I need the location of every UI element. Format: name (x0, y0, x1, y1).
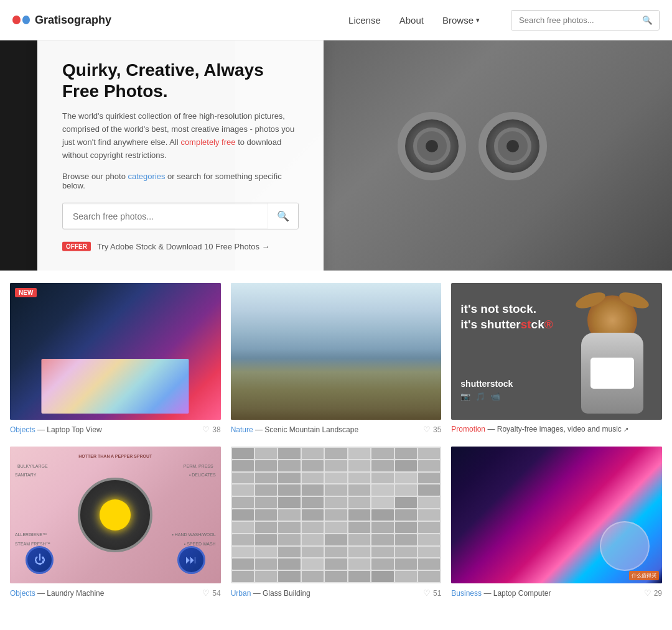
logo-dot-blue (22, 16, 30, 24)
hero-section: Quirky, Creative, Always Free Photos. Th… (0, 40, 672, 271)
photo-image-building[interactable]: // Will be rendered via JS below (231, 447, 442, 583)
photo-likes-keyboard: ♡ 38 (202, 425, 220, 434)
hero-title: Quirky, Creative, Always Free Photos. (62, 60, 299, 101)
photo-card-mountain: Nature — Scenic Mountain Landscape ♡ 35 (231, 283, 442, 437)
photo-card-laptop-business: 什么值得买 Business — Laptop Computer ♡ 29 (451, 447, 662, 600)
heart-icon: ♡ (644, 588, 651, 598)
photo-likes-mountain: ♡ 35 (423, 425, 441, 434)
photo-category-link-mountain[interactable]: Nature (231, 425, 253, 434)
heart-icon: ♡ (423, 425, 431, 434)
photo-category-link-laundry[interactable]: Objects (10, 589, 35, 598)
photo-meta-keyboard: Objects — Laptop Top View ♡ 38 (10, 420, 221, 437)
hero-overlay: Quirky, Creative, Always Free Photos. Th… (37, 40, 324, 271)
photo-meta-laptop-business: Business — Laptop Computer ♡ 29 (451, 583, 662, 600)
search-icon: 🔍 (277, 211, 289, 221)
photo-card-keyboard: NEW Objects — Laptop Top View ♡ 38 (10, 283, 221, 437)
hero-search-container: 🔍 (62, 203, 299, 229)
photo-card-laundry: ⏻ ⏭ HOTTER THAN A PEPPER SPROUT BULKY/LA… (10, 447, 221, 600)
photo-grid: NEW Objects — Laptop Top View ♡ 38 Natur… (10, 283, 662, 600)
goggle-inner-right (494, 127, 531, 165)
new-badge: NEW (15, 288, 37, 297)
nav-links: License About Browse ▾ 🔍 (348, 10, 660, 30)
ad-dog-figure (572, 289, 653, 414)
photo-card-building: // Will be rendered via JS below Urban —… (231, 447, 442, 600)
photo-meta-ad: Promotion — Royalty-free images, video a… (451, 420, 662, 436)
logo-dot-red (12, 16, 21, 24)
photo-card-ad: it's not stock. it's shutterstck® shutte… (451, 283, 662, 437)
ad-headline-1: it's not stock. (460, 302, 553, 317)
photo-category-link-ad[interactable]: Promotion (451, 425, 485, 433)
photo-meta-building: Urban — Glass Building ♡ 51 (231, 583, 442, 600)
external-link-icon: ↗ (623, 426, 628, 433)
photo-caption-mountain: Nature — Scenic Mountain Landscape (231, 425, 358, 434)
photo-category-link-building[interactable]: Urban (231, 589, 251, 598)
hero-categories-text: Browse our photo categories or search fo… (62, 172, 299, 190)
goggle-left (398, 112, 466, 180)
photo-caption-laptop-business: Business — Laptop Computer (451, 589, 551, 598)
photo-meta-mountain: Nature — Scenic Mountain Landscape ♡ 35 (231, 420, 442, 437)
offer-link[interactable]: Try Adobe Stock & Download 10 Free Photo… (97, 242, 270, 251)
photo-caption-keyboard: Objects — Laptop Top View (10, 425, 102, 434)
photo-meta-laundry: Objects — Laundry Machine ♡ 54 (10, 583, 221, 600)
goggle-right (478, 112, 547, 180)
photo-image-mountain[interactable] (231, 283, 442, 420)
goggle-inner-left (413, 127, 450, 165)
photo-image-laundry[interactable]: ⏻ ⏭ HOTTER THAN A PEPPER SPROUT BULKY/LA… (10, 447, 221, 583)
offer-badge: OFFER (62, 242, 91, 251)
video-icon: 📹 (490, 392, 500, 401)
free-link[interactable]: completely free (180, 137, 235, 147)
navigation: Gratisography License About Browse ▾ 🔍 (0, 0, 672, 40)
photo-grid-section: NEW Objects — Laptop Top View ♡ 38 Natur… (0, 271, 672, 613)
heart-icon: ♡ (423, 588, 431, 598)
logo-icon (12, 11, 30, 29)
photo-image-keyboard[interactable] (10, 283, 221, 420)
goggle-eye-left (426, 140, 438, 152)
photo-category-link-keyboard[interactable]: Objects (10, 425, 35, 434)
hero-search-button[interactable]: 🔍 (268, 203, 298, 229)
music-icon: 🎵 (475, 392, 485, 401)
logo-text: Gratisography (35, 14, 111, 27)
hero-search-input[interactable] (63, 205, 268, 228)
photo-likes-laundry: ♡ 54 (202, 588, 220, 598)
categories-link[interactable]: categories (128, 172, 166, 181)
nav-license[interactable]: License (348, 15, 381, 25)
ad-headline-2: it's shutterstck® (460, 317, 553, 333)
site-logo[interactable]: Gratisography (12, 11, 111, 29)
heart-icon: ♡ (202, 588, 210, 598)
ad-text: it's not stock. it's shutterstck® (460, 302, 553, 332)
nav-browse[interactable]: Browse ▾ (442, 15, 480, 25)
photo-caption-building: Urban — Glass Building (231, 589, 310, 598)
ad-brand: shutterstock 📷 🎵 📹 (460, 379, 513, 401)
search-icon: 🔍 (642, 16, 653, 25)
photo-caption-ad: Promotion — Royalty-free images, video a… (451, 425, 628, 433)
goggle-eye-right (506, 140, 519, 152)
photo-likes-laptop-business: ♡ 29 (644, 588, 662, 598)
heart-icon: ♡ (202, 425, 210, 434)
camera-icon: 📷 (460, 392, 470, 401)
ad-image[interactable]: it's not stock. it's shutterstck® shutte… (451, 283, 662, 420)
photo-category-link-laptop-business[interactable]: Business (451, 589, 482, 598)
photo-likes-building: ♡ 51 (423, 588, 441, 598)
nav-search-button[interactable]: 🔍 (636, 11, 659, 30)
hero-offer: OFFER Try Adobe Stock & Download 10 Free… (62, 242, 299, 251)
goggles (398, 112, 547, 180)
nav-search-input[interactable] (511, 11, 636, 30)
photo-caption-laundry: Objects — Laundry Machine (10, 589, 104, 598)
nav-about[interactable]: About (399, 15, 424, 25)
chevron-down-icon: ▾ (476, 16, 480, 24)
photo-image-laptop-business[interactable]: 什么值得买 (451, 447, 662, 583)
nav-search-container: 🔍 (511, 10, 660, 30)
hero-description: The world's quirkiest collection of free… (62, 110, 299, 162)
